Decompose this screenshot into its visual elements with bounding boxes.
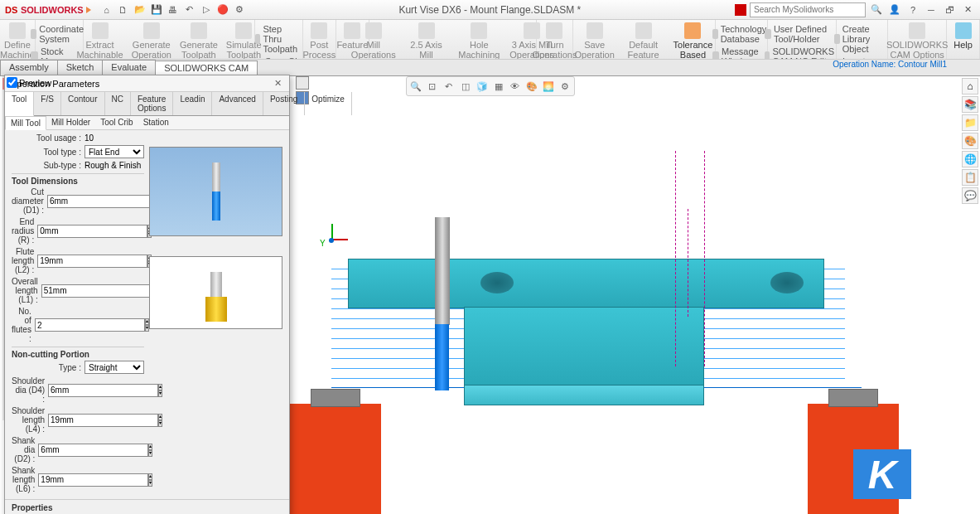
app-logo: DS SOLIDWORKS: [0, 3, 96, 16]
num-flutes-input[interactable]: [35, 318, 145, 332]
shank-len-input[interactable]: [38, 473, 148, 487]
sw-resources-icon[interactable]: [735, 4, 746, 16]
dialog-tab-nc[interactable]: NC: [105, 92, 131, 115]
shank-dia-input[interactable]: [38, 444, 148, 457]
dialog-tab-posting[interactable]: Posting: [263, 92, 305, 115]
edit-appearance-icon[interactable]: 🎨: [524, 79, 539, 94]
step-thru-button[interactable]: Step Thru Toolpath: [253, 23, 304, 55]
overall-len-input[interactable]: [41, 284, 152, 298]
extract-features-button[interactable]: Extract Machinable Features: [75, 22, 124, 60]
dialog-subtab-toolcrib[interactable]: Tool Crib: [95, 116, 138, 129]
view-orient-icon[interactable]: 🧊: [475, 79, 490, 94]
dialog-tab-tool[interactable]: Tool: [5, 92, 34, 116]
flute-len-label: Flute length (L2) :: [12, 247, 37, 274]
dialog-sub-tabs: Mill ToolMill HolderTool CribStation: [5, 116, 289, 130]
shoulder-preview-image: [149, 256, 282, 329]
rebuild-icon[interactable]: 🔴: [215, 2, 230, 17]
zoom-fit-icon[interactable]: 🔍: [408, 79, 423, 94]
search-icon[interactable]: 🔍: [869, 2, 884, 17]
titlebar: DS SOLIDWORKS ⌂ 🗋 📂 💾 🖶 ↶ ▷ 🔴 ⚙ Kurt Vis…: [0, 0, 980, 20]
heads-up-toolbar: 🔍 ⊡ ↶ ◫ 🧊 ▦ 👁 🎨 🌅 ⚙: [406, 76, 575, 96]
user-tool-button[interactable]: User Defined Tool/Holder: [763, 23, 841, 45]
undo-icon[interactable]: ↶: [182, 2, 197, 17]
shank-dia-label: Shank dia (D2) :: [12, 436, 38, 463]
options-icon[interactable]: ⚙: [232, 2, 247, 17]
operation-parameters-dialog: Operation Parameters ✕ ToolF/SContourNCF…: [4, 75, 290, 514]
flute-len-input[interactable]: [37, 255, 147, 268]
select-icon[interactable]: ▷: [199, 2, 214, 17]
hole-machining-button[interactable]: Hole Machining Operations: [455, 22, 503, 60]
display-style-icon[interactable]: ▦: [491, 79, 506, 94]
tool-preview-image: [149, 147, 282, 236]
dialog-tab-leadin[interactable]: Leadin: [173, 92, 212, 115]
home-icon[interactable]: ⌂: [99, 2, 114, 17]
operation-name-label: Operation Name: Contour Mill1: [833, 60, 980, 75]
zoom-area-icon[interactable]: ⊡: [425, 79, 440, 94]
shoulder-dia-label: Shoulder dia (D4) :: [12, 376, 48, 404]
mill-ops-button[interactable]: Mill Operations: [350, 22, 398, 60]
shank-len-label: Shank length (L6) :: [12, 466, 38, 493]
login-icon[interactable]: 👤: [887, 2, 902, 17]
dialog-close-icon[interactable]: ✕: [271, 78, 284, 89]
end-radius-input[interactable]: [37, 225, 147, 238]
cut-dia-input[interactable]: [47, 195, 157, 208]
dialog-tab-fs[interactable]: F/S: [34, 92, 61, 115]
tool-type-select[interactable]: Flat End: [84, 145, 144, 158]
shoulder-len-label: Shoulder length (L4) :: [12, 406, 48, 434]
help-button[interactable]: Help: [952, 22, 974, 51]
tool-usage-value: 10: [84, 133, 94, 143]
dialog-subtab-millholder[interactable]: Mill Holder: [46, 116, 95, 129]
new-icon[interactable]: 🗋: [116, 2, 131, 17]
panel-tab-icon[interactable]: [296, 76, 309, 90]
dialog-subtab-milltool[interactable]: Mill Tool: [5, 116, 46, 130]
dialog-tab-contour[interactable]: Contour: [61, 92, 105, 115]
save-op-plan-button[interactable]: Save Operation Plan: [573, 22, 616, 60]
save-icon[interactable]: 💾: [149, 2, 164, 17]
default-strategies-button[interactable]: Default Feature Strategies: [621, 22, 666, 60]
shoulder-len-input[interactable]: [48, 414, 158, 427]
tool-type-label: Tool type :: [12, 148, 84, 157]
25axis-button[interactable]: 2.5 Axis Mill Operations: [403, 22, 451, 60]
apply-scene-icon[interactable]: 🌅: [541, 79, 556, 94]
help-icon[interactable]: ?: [905, 2, 920, 17]
shoulder-dia-input[interactable]: [48, 384, 158, 397]
close-icon[interactable]: ✕: [960, 3, 975, 17]
kurt-logo: K: [853, 449, 911, 499]
restore-icon[interactable]: 🗗: [942, 3, 957, 17]
num-flutes-label: No. of flutes :: [12, 307, 35, 343]
open-icon[interactable]: 📂: [133, 2, 147, 17]
cam-options-button[interactable]: SOLIDWORKS CAM Options: [885, 22, 950, 60]
tab-evaluate[interactable]: Evaluate: [102, 60, 156, 75]
dialog-tab-featureoptions[interactable]: Feature Options: [131, 92, 173, 115]
end-radius-label: End radius (R) :: [12, 217, 37, 245]
dialog-subtab-station[interactable]: Station: [138, 116, 174, 129]
post-process-button[interactable]: Post Process: [301, 22, 337, 60]
generate-op-plan-button[interactable]: Generate Operation Plan: [130, 22, 173, 60]
tab-sketch[interactable]: Sketch: [57, 60, 104, 75]
generate-toolpath-button[interactable]: Generate Toolpath: [178, 22, 220, 60]
tool-usage-label: Tool usage :: [12, 133, 84, 143]
turn-ops-button[interactable]: Turn Operations: [531, 22, 579, 60]
minimize-icon[interactable]: ─: [924, 3, 939, 17]
tab-assembly[interactable]: Assembly: [0, 60, 58, 75]
print-icon[interactable]: 🖶: [166, 2, 181, 17]
dialog-main-tabs: ToolF/SContourNCFeature OptionsLeadinAdv…: [5, 92, 289, 116]
overall-len-label: Overall length (L1) :: [12, 277, 41, 304]
cut-dia-label: Cut diameter (D1) :: [12, 187, 47, 215]
prev-view-icon[interactable]: ↶: [442, 79, 456, 94]
view-settings-icon[interactable]: ⚙: [558, 79, 572, 94]
dialog-tab-optimize[interactable]: Optimize: [305, 92, 351, 115]
create-lib-button[interactable]: Create Library Object: [833, 23, 891, 55]
fixture-jaw-left: [290, 404, 381, 514]
nc-editor-button[interactable]: SOLIDWORKS CAM NC Editor: [763, 46, 841, 60]
nc-type-select[interactable]: Straight: [84, 361, 144, 374]
dialog-tab-advanced[interactable]: Advanced: [212, 92, 263, 115]
hide-show-icon[interactable]: 👁: [508, 79, 523, 94]
document-title: Kurt Vise DX6 - Mount Flange.SLDASM *: [250, 4, 730, 16]
command-manager-tabs: Assembly Sketch Evaluate SOLIDWORKS CAM …: [0, 60, 980, 76]
solidworks-resources-icon[interactable]: ⌂: [962, 78, 978, 95]
tool-dimensions-header: Tool Dimensions: [12, 173, 144, 186]
preview-checkbox[interactable]: [7, 77, 17, 88]
search-input[interactable]: [750, 2, 866, 17]
section-view-icon[interactable]: ◫: [458, 79, 473, 94]
